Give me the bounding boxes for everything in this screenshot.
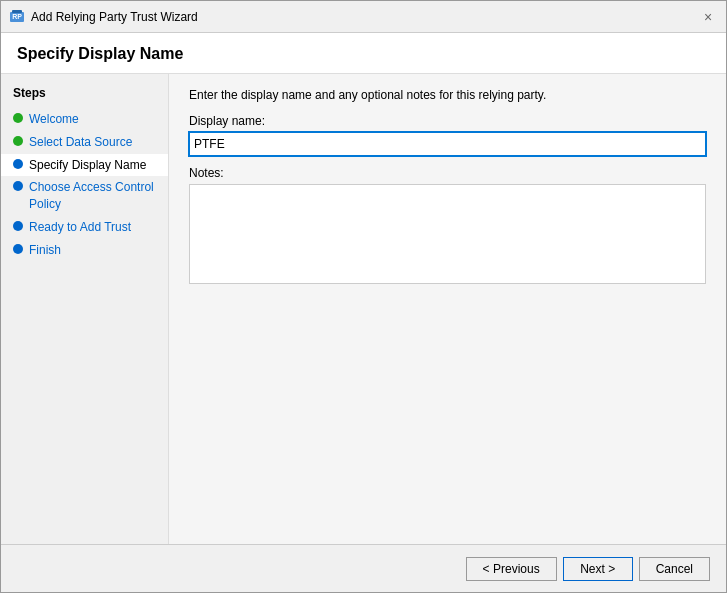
step-dot-finish <box>13 244 23 254</box>
sidebar-item-label-choose-access-control: Choose Access Control Policy <box>29 179 156 213</box>
sidebar-item-ready-to-add[interactable]: Ready to Add Trust <box>1 216 168 239</box>
sidebar-item-welcome[interactable]: Welcome <box>1 108 168 131</box>
page-title: Specify Display Name <box>17 45 710 63</box>
sidebar-item-finish[interactable]: Finish <box>1 239 168 262</box>
sidebar-item-label-finish: Finish <box>29 242 61 259</box>
next-button[interactable]: Next > <box>563 557 633 581</box>
steps-sidebar: Steps Welcome Select Data Source Specify… <box>1 74 169 544</box>
display-name-input[interactable] <box>189 132 706 156</box>
sidebar-item-specify-display-name[interactable]: Specify Display Name <box>1 154 168 177</box>
title-bar-left: RP Add Relying Party Trust Wizard <box>9 9 198 25</box>
step-dot-choose-access-control <box>13 181 23 191</box>
sidebar-item-label-welcome: Welcome <box>29 111 79 128</box>
sidebar-item-select-data-source[interactable]: Select Data Source <box>1 131 168 154</box>
sidebar-item-choose-access-control[interactable]: Choose Access Control Policy <box>1 176 168 216</box>
content-area: Steps Welcome Select Data Source Specify… <box>1 74 726 544</box>
previous-button[interactable]: < Previous <box>466 557 557 581</box>
wizard-window: RP Add Relying Party Trust Wizard × Spec… <box>0 0 727 593</box>
display-name-label: Display name: <box>189 114 706 128</box>
display-name-group: Display name: <box>189 114 706 156</box>
footer: < Previous Next > Cancel <box>1 544 726 592</box>
step-dot-welcome <box>13 113 23 123</box>
steps-label: Steps <box>1 82 168 108</box>
notes-group: Notes: <box>189 166 706 287</box>
notes-label: Notes: <box>189 166 706 180</box>
close-button[interactable]: × <box>698 7 718 27</box>
notes-textarea[interactable] <box>189 184 706 284</box>
sidebar-item-label-ready-to-add: Ready to Add Trust <box>29 219 131 236</box>
main-panel: Enter the display name and any optional … <box>169 74 726 544</box>
title-bar: RP Add Relying Party Trust Wizard × <box>1 1 726 33</box>
window-title: Add Relying Party Trust Wizard <box>31 10 198 24</box>
svg-text:RP: RP <box>12 13 22 20</box>
step-dot-ready-to-add <box>13 221 23 231</box>
description-text: Enter the display name and any optional … <box>189 88 706 102</box>
cancel-button[interactable]: Cancel <box>639 557 710 581</box>
sidebar-item-label-specify-display-name: Specify Display Name <box>29 157 146 174</box>
page-header: Specify Display Name <box>1 33 726 74</box>
sidebar-item-label-select-data-source: Select Data Source <box>29 134 132 151</box>
step-dot-select-data-source <box>13 136 23 146</box>
step-dot-specify-display-name <box>13 159 23 169</box>
wizard-icon: RP <box>9 9 25 25</box>
